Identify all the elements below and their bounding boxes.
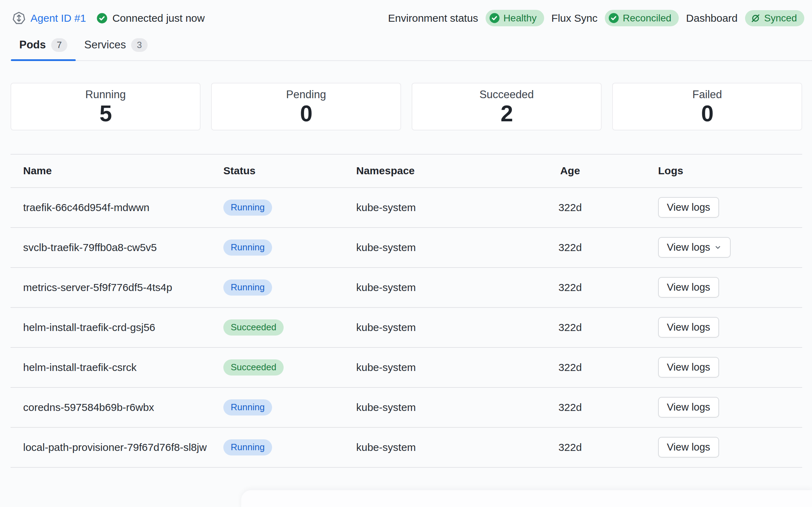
- view-logs-button[interactable]: View logs: [658, 437, 719, 458]
- pod-name: traefik-66c46d954f-mdwwn: [23, 201, 223, 214]
- view-logs-label: View logs: [667, 361, 710, 373]
- status-badge: Running: [223, 279, 272, 296]
- pod-name: svclb-traefik-79ffb0a8-cw5v5: [23, 241, 223, 254]
- status-badge: Running: [223, 239, 272, 256]
- pod-age: 322d: [523, 282, 617, 293]
- pod-age: 322d: [523, 441, 617, 453]
- view-logs-label: View logs: [667, 322, 710, 333]
- column-header-age: Age: [523, 165, 617, 177]
- pod-name: local-path-provisioner-79f67d76f8-sl8jw: [23, 440, 223, 454]
- pod-age: 322d: [523, 322, 617, 333]
- synced-icon: [750, 13, 761, 23]
- pod-namespace: kube-system: [356, 202, 523, 214]
- pod-stats-row: Running 5 Pending 0 Succeeded 2 Failed 0: [11, 83, 802, 130]
- stat-card-pending: Pending 0: [211, 83, 401, 130]
- bottom-panel-edge: [241, 490, 812, 507]
- pod-namespace: kube-system: [356, 361, 523, 373]
- view-logs-button[interactable]: View logs: [658, 237, 731, 258]
- stat-value: 0: [300, 102, 312, 125]
- pod-age: 322d: [523, 361, 617, 373]
- view-logs-label: View logs: [667, 282, 710, 293]
- pod-name: coredns-597584b69b-r6wbx: [23, 400, 223, 414]
- stat-value: 0: [701, 102, 713, 125]
- view-logs-label: View logs: [667, 441, 710, 453]
- view-logs-button[interactable]: View logs: [658, 317, 719, 338]
- table-row: traefik-66c46d954f-mdwwn Running kube-sy…: [11, 187, 802, 227]
- stat-value: 5: [100, 102, 112, 125]
- dashboard-label: Dashboard: [686, 12, 738, 24]
- table-row: local-path-provisioner-79f67d76f8-sl8jw …: [11, 427, 802, 467]
- stat-label: Failed: [692, 88, 722, 101]
- pods-table: Name Status Namespace Age Logs traefik-6…: [11, 154, 802, 468]
- agent-icon: [12, 11, 26, 25]
- status-badge: Running: [223, 439, 272, 455]
- check-circle-icon: [608, 13, 619, 23]
- pod-namespace: kube-system: [356, 242, 523, 253]
- environment-status-label: Environment status: [388, 12, 478, 24]
- table-header-row: Name Status Namespace Age Logs: [11, 154, 802, 187]
- stat-value: 2: [501, 102, 513, 125]
- table-row: svclb-traefik-79ffb0a8-cw5v5 Running kub…: [11, 227, 802, 267]
- dashboard-sync-badge: Synced: [745, 10, 804, 26]
- column-header-namespace: Namespace: [356, 165, 523, 177]
- stat-card-succeeded: Succeeded 2: [412, 83, 602, 130]
- pod-namespace: kube-system: [356, 282, 523, 293]
- status-badge: Succeeded: [223, 319, 284, 336]
- pod-age: 322d: [523, 242, 617, 253]
- check-circle-icon: [489, 13, 500, 23]
- stat-label: Running: [85, 88, 126, 101]
- pod-name: helm-install-traefik-crd-gsj56: [23, 320, 223, 334]
- view-logs-label: View logs: [667, 242, 710, 253]
- tab-services[interactable]: Services 3: [76, 34, 156, 60]
- connected-check-icon: [96, 13, 108, 24]
- column-header-status: Status: [223, 165, 356, 177]
- view-logs-button[interactable]: View logs: [658, 357, 719, 378]
- column-header-name: Name: [23, 165, 223, 177]
- dashboard-sync-value: Synced: [764, 13, 797, 23]
- tab-pods[interactable]: Pods 7: [11, 34, 76, 60]
- tab-pods-count: 7: [51, 38, 67, 52]
- chevron-down-icon: [714, 243, 722, 251]
- pod-namespace: kube-system: [356, 401, 523, 413]
- view-logs-button[interactable]: View logs: [658, 197, 719, 218]
- view-logs-button[interactable]: View logs: [658, 277, 719, 298]
- status-badge: Running: [223, 399, 272, 415]
- table-row: helm-install-traefik-csrck Succeeded kub…: [11, 347, 802, 387]
- table-row: helm-install-traefik-crd-gsj56 Succeeded…: [11, 307, 802, 347]
- pod-namespace: kube-system: [356, 322, 523, 333]
- flux-sync-value: Reconciled: [623, 13, 671, 23]
- topbar: Agent ID #1 Connected just now Environme…: [0, 0, 812, 26]
- pod-age: 322d: [523, 401, 617, 413]
- environment-status-value: Healthy: [503, 13, 537, 23]
- pod-age: 322d: [523, 202, 617, 214]
- connection-status-text: Connected just now: [112, 12, 205, 24]
- stat-label: Pending: [286, 88, 326, 101]
- stat-card-running: Running 5: [11, 83, 201, 130]
- pod-name: helm-install-traefik-csrck: [23, 360, 223, 374]
- pod-namespace: kube-system: [356, 441, 523, 453]
- tab-services-label: Services: [84, 39, 126, 51]
- view-logs-label: View logs: [667, 202, 710, 213]
- agent-id-link[interactable]: Agent ID #1: [31, 12, 86, 24]
- tab-services-count: 3: [131, 38, 147, 52]
- flux-sync-label: Flux Sync: [552, 12, 598, 24]
- tabs-bar: Pods 7 Services 3: [11, 34, 812, 61]
- view-logs-label: View logs: [667, 401, 710, 413]
- table-row: coredns-597584b69b-r6wbx Running kube-sy…: [11, 387, 802, 427]
- pod-name: metrics-server-5f9f776df5-4ts4p: [23, 280, 223, 294]
- pods-dashboard-page: Agent ID #1 Connected just now Environme…: [0, 0, 812, 507]
- status-badge: Succeeded: [223, 359, 284, 376]
- tab-pods-label: Pods: [19, 39, 46, 51]
- column-header-logs: Logs: [617, 165, 790, 177]
- stat-label: Succeeded: [479, 88, 534, 101]
- view-logs-button[interactable]: View logs: [658, 397, 719, 418]
- flux-sync-badge: Reconciled: [605, 10, 679, 26]
- pods-table-body: traefik-66c46d954f-mdwwn Running kube-sy…: [11, 187, 802, 467]
- table-row: metrics-server-5f9f776df5-4ts4p Running …: [11, 267, 802, 307]
- status-badge: Running: [223, 200, 272, 216]
- environment-status-badge: Healthy: [486, 10, 544, 26]
- stat-card-failed: Failed 0: [612, 83, 802, 130]
